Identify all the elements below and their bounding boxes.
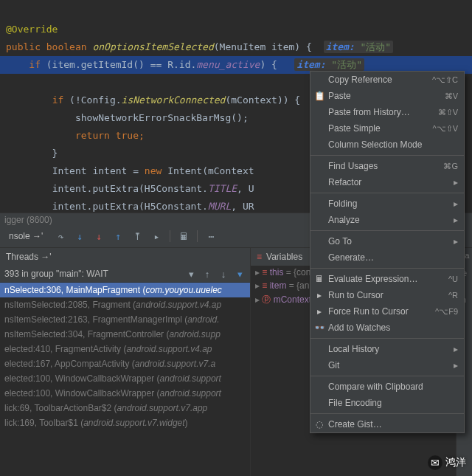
- stack-frame[interactable]: lick:69, ToolbarActionBar$2 (android.sup…: [0, 401, 250, 415]
- threads-panel: Threads →' 393 in group "main": WAIT ▾ ↑…: [0, 248, 251, 476]
- submenu-arrow-icon: ▸: [454, 360, 458, 370]
- menu-item[interactable]: 🖩Evaluate Expression…^U: [310, 271, 464, 287]
- menu-item-label: Paste from History…: [328, 107, 438, 117]
- down-icon[interactable]: ↓: [218, 268, 229, 280]
- menu-separator: [310, 155, 464, 156]
- submenu-arrow-icon: ▸: [454, 199, 458, 209]
- menu-item-label: Refactor: [328, 177, 451, 187]
- menu-item[interactable]: Column Selection Mode: [310, 137, 464, 153]
- stack-frame[interactable]: elected:167, AppCompatActivity (android.…: [0, 356, 250, 371]
- separator: [197, 230, 198, 242]
- stack-frame[interactable]: elected:100, WindowCallbackWrapper (andr…: [0, 386, 250, 401]
- menu-item-label: Folding: [328, 199, 451, 209]
- menu-item-label: Local History: [328, 344, 451, 354]
- stack-frame[interactable]: nsItemSelected:2085, Fragment (android.s…: [0, 297, 250, 312]
- thread-row[interactable]: 393 in group "main": WAIT ▾ ↑ ↓ ▾: [0, 266, 250, 283]
- menu-item-shortcut: ⌘V: [445, 92, 458, 101]
- annotation: @Override: [6, 24, 58, 35]
- menu-item[interactable]: ▸Force Run to Cursor^⌥F9: [310, 303, 464, 320]
- stack-frame[interactable]: lick:169, Toolbar$1 (android.support.v7.…: [0, 415, 250, 430]
- menu-item-label: Evaluate Expression…: [328, 274, 448, 284]
- menu-item[interactable]: ▸Run to Cursor^R: [310, 287, 464, 303]
- menu-item-label: Add to Watches: [328, 322, 458, 333]
- menu-item[interactable]: Refactor▸: [310, 174, 464, 190]
- menu-item[interactable]: Paste from History…⌘⇧V: [310, 104, 464, 120]
- menu-item-shortcut: ^⌥⇧C: [432, 75, 458, 85]
- step-over-icon[interactable]: ↷: [55, 230, 66, 242]
- menu-item-icon: 👓: [313, 322, 325, 334]
- menu-item-shortcut: ^⌥⇧V: [433, 124, 459, 134]
- menu-item-icon: 📋: [313, 90, 325, 102]
- menu-item-label: Generate…: [328, 252, 458, 263]
- menu-separator: [310, 230, 464, 231]
- menu-item[interactable]: File Encoding: [310, 395, 464, 411]
- run-to-cursor-icon[interactable]: ▸: [150, 230, 162, 242]
- menu-item-label: Go To: [328, 236, 451, 246]
- force-step-into-icon[interactable]: ↓: [93, 230, 105, 242]
- inline-hint: item: "活动": [324, 41, 394, 53]
- menu-item-label: Copy Reference: [328, 75, 432, 85]
- menu-item[interactable]: Generate…: [310, 249, 464, 266]
- menu-item-shortcut: ^R: [448, 291, 458, 300]
- menu-item[interactable]: ◌Create Gist…: [310, 416, 464, 432]
- menu-item-label: File Encoding: [328, 398, 458, 408]
- menu-separator: [310, 376, 464, 376]
- menu-item-label: Force Run to Cursor: [328, 306, 435, 317]
- stack-frame[interactable]: nsItemSelected:2163, FragmentManagerImpl…: [0, 312, 250, 327]
- filter-icon[interactable]: ▾: [234, 268, 246, 280]
- watermark-text: 鸿洋: [445, 456, 466, 469]
- menu-item-label: Paste: [328, 91, 445, 101]
- menu-item-label: Paste Simple: [328, 123, 433, 134]
- menu-item[interactable]: Find Usages⌘G: [310, 158, 464, 174]
- menu-item[interactable]: 📋Paste⌘V: [310, 88, 464, 104]
- menu-item-label: Create Gist…: [328, 419, 458, 430]
- stack-frame[interactable]: nSelected:306, MainMapFragment (com.youy…: [0, 283, 250, 297]
- submenu-arrow-icon: ▸: [454, 177, 458, 187]
- step-out-icon[interactable]: ↑: [112, 230, 124, 242]
- stack-frame[interactable]: nsItemSelected:304, FragmentController (…: [0, 327, 250, 342]
- method-name: onOptionsItemSelected: [92, 41, 213, 52]
- up-icon[interactable]: ↑: [201, 268, 213, 280]
- menu-item-shortcut: ^U: [448, 275, 458, 283]
- dropdown-icon[interactable]: ▾: [185, 268, 197, 280]
- threads-title: Threads →': [6, 252, 244, 262]
- more-icon[interactable]: ⋯: [205, 230, 217, 242]
- threads-header: Threads →': [0, 248, 250, 266]
- console-tab[interactable]: nsole →': [4, 230, 47, 243]
- separator: [170, 230, 170, 242]
- menu-item[interactable]: Paste Simple^⌥⇧V: [310, 120, 464, 137]
- menu-item-icon: 🖩: [313, 273, 325, 285]
- menu-item-label: Git: [328, 360, 451, 370]
- menu-item-icon: ▸: [313, 306, 325, 317]
- menu-item-icon: ▸: [313, 289, 325, 301]
- stack-frame[interactable]: elected:100, WindowCallbackWrapper (andr…: [0, 371, 250, 386]
- submenu-arrow-icon: ▸: [454, 215, 458, 225]
- menu-item-label: Run to Cursor: [328, 290, 448, 300]
- variables-icon: ≡: [257, 252, 262, 262]
- menu-item[interactable]: Copy Reference^⌥⇧C: [310, 72, 464, 88]
- code-text: (MenuItem item) {: [214, 41, 324, 52]
- menu-separator: [310, 413, 464, 414]
- menu-item-icon: ◌: [313, 418, 325, 430]
- step-into-icon[interactable]: ↓: [74, 230, 86, 242]
- menu-separator: [310, 338, 464, 339]
- submenu-arrow-icon: ▸: [454, 236, 458, 246]
- menu-item-shortcut: ⌘G: [443, 162, 458, 171]
- menu-item[interactable]: Compare with Clipboard: [310, 379, 464, 395]
- stack-frame[interactable]: elected:410, FragmentActivity (android.s…: [0, 342, 250, 356]
- drop-frame-icon[interactable]: ⤒: [131, 230, 143, 242]
- menu-item[interactable]: Analyze▸: [310, 212, 464, 228]
- menu-item-shortcut: ⌘⇧V: [438, 108, 458, 117]
- menu-item[interactable]: Folding▸: [310, 196, 464, 212]
- menu-item[interactable]: Go To▸: [310, 233, 464, 249]
- menu-item-label: Compare with Clipboard: [328, 382, 458, 392]
- menu-separator: [310, 193, 464, 193]
- editor-context-menu: Copy Reference^⌥⇧C📋Paste⌘VPaste from His…: [310, 71, 465, 433]
- menu-item-label: Find Usages: [328, 161, 443, 171]
- menu-item[interactable]: 👓Add to Watches: [310, 320, 464, 336]
- menu-item-label: Analyze: [328, 215, 451, 225]
- evaluate-icon[interactable]: 🖩: [178, 230, 190, 242]
- menu-item-label: Column Selection Mode: [328, 139, 458, 150]
- menu-item[interactable]: Local History▸: [310, 341, 464, 357]
- menu-item[interactable]: Git▸: [310, 357, 464, 373]
